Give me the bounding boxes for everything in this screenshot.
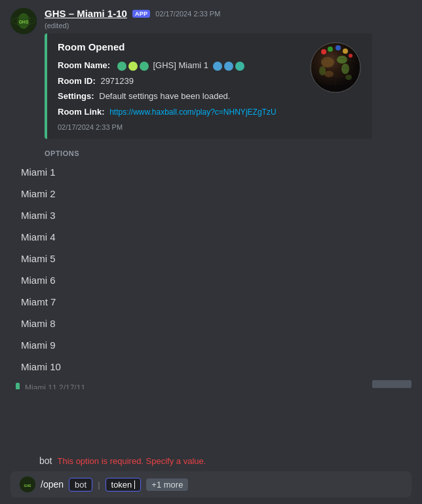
- username[interactable]: GHS – Miami 1-10: [45, 8, 127, 19]
- message-body: GHS – Miami 1-10 APP 02/17/2024 2:33 PM …: [45, 8, 412, 139]
- option-miami-3[interactable]: Miami 3: [5, 204, 417, 226]
- more-params[interactable]: +1 more: [146, 478, 188, 491]
- option-miami-6[interactable]: Miami 6: [5, 269, 417, 291]
- partial-row: Miami 11 2/17/11...: [0, 378, 422, 389]
- embed-settings: Settings: Default settings have been loa…: [58, 90, 301, 103]
- svg-point-6: [321, 57, 334, 68]
- embed-thumbnail: [309, 41, 362, 94]
- embed-settings-value: Default settings have been loaded.: [99, 91, 230, 101]
- svg-text:GHS: GHS: [18, 20, 29, 24]
- options-header: OPTIONS: [0, 139, 422, 161]
- option-miami-10[interactable]: Miami 10: [5, 356, 417, 378]
- embed-settings-label: Settings:: [58, 91, 94, 101]
- param-token-label: token: [111, 480, 132, 490]
- embed-room-link-url[interactable]: https://www.haxball.com/play?c=NHNYjEZgT…: [109, 107, 276, 117]
- app-badge: APP: [132, 10, 150, 18]
- svg-point-18: [336, 45, 341, 50]
- message-header: GHS – Miami 1-10 APP 02/17/2024 2:33 PM: [45, 8, 412, 19]
- embed-room-name: Room Name: [GHS] Miami 1: [58, 59, 301, 72]
- svg-point-20: [349, 54, 353, 58]
- svg-point-19: [343, 48, 348, 54]
- svg-point-7: [337, 56, 347, 64]
- option-miami-4[interactable]: Miami 4: [5, 226, 417, 248]
- option-miami-8[interactable]: Miami 8: [5, 313, 417, 334]
- svg-point-16: [321, 49, 326, 54]
- error-container: bot This option is required. Specify a v…: [10, 456, 412, 466]
- embed-room-link-label: Room Link:: [58, 107, 105, 117]
- bottom-bar: bot This option is required. Specify a v…: [0, 450, 422, 504]
- svg-point-11: [345, 75, 352, 80]
- svg-point-17: [328, 47, 333, 52]
- command-param-token[interactable]: token: [106, 478, 142, 492]
- error-message: This option is required. Specify a value…: [57, 456, 206, 466]
- edited-label: (edited): [45, 22, 412, 29]
- command-bar[interactable]: GHS /open bot | token +1 more: [10, 471, 412, 497]
- embed-room-id: Room ID: 2971239: [58, 75, 301, 88]
- option-miami-5[interactable]: Miami 5: [5, 248, 417, 269]
- option-miami-1[interactable]: Miami 1: [5, 161, 417, 183]
- options-list: Miami 1 Miami 2 Miami 3 Miami 4 Miami 5 …: [0, 161, 422, 378]
- pipe-separator: |: [98, 480, 100, 490]
- embed-title: Room Opened: [58, 41, 301, 52]
- command-avatar: GHS: [20, 476, 35, 492]
- avatar-image: GHS: [10, 8, 37, 34]
- embed-body: Room Opened Room Name: [GHS] Miami 1: [58, 41, 301, 131]
- option-miami-9[interactable]: Miami 9: [5, 334, 417, 356]
- command-param-bot[interactable]: bot: [69, 478, 92, 492]
- embed-footer: 02/17/2024 2:33 PM: [58, 123, 301, 131]
- param-bot-label: bot: [75, 480, 86, 490]
- embed-room-link: Room Link: https://www.haxball.com/play?…: [58, 106, 301, 119]
- embed-room-id-label: Room ID:: [58, 76, 96, 86]
- option-miami-2[interactable]: Miami 2: [5, 183, 417, 204]
- avatar: GHS: [10, 8, 37, 34]
- svg-point-8: [341, 64, 349, 74]
- message-timestamp: 02/17/2024 2:33 PM: [155, 10, 220, 18]
- svg-text:GHS: GHS: [24, 484, 32, 488]
- message-container: GHS GHS – Miami 1-10 APP 02/17/2024 2:33…: [0, 0, 422, 139]
- room-name-dots: [GHS] Miami 1: [115, 60, 246, 70]
- slash-command: /open: [41, 479, 64, 490]
- bot-label: bot: [39, 456, 52, 466]
- embed-room-id-value: 2971239: [100, 76, 134, 86]
- option-miami-7[interactable]: Miamt 7: [5, 291, 417, 313]
- embed-room-name-label: Room Name:: [58, 60, 110, 70]
- embed-card: Room Opened Room Name: [GHS] Miami 1: [45, 33, 372, 139]
